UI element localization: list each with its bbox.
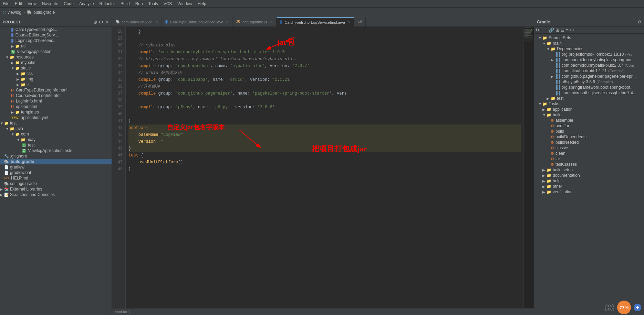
tree-item-gradlew-bat[interactable]: 📄 gradlew.bat — [0, 170, 112, 175]
gradle-test-folder[interactable]: ▶ 📁 test — [534, 96, 644, 101]
tree-item-appyml[interactable]: YML application.yml — [0, 115, 112, 120]
editor-statusbar: bootJar{} — [112, 308, 534, 315]
tree-item-helpmd[interactable]: MD HELP.md — [0, 175, 112, 181]
menu-edit[interactable]: Edit — [12, 1, 25, 7]
gradle-source-sets[interactable]: ▼ 📁 Source Sets — [534, 35, 644, 41]
tree-item-upload[interactable]: H upload.html — [0, 104, 112, 109]
tab-close-2[interactable]: ✕ — [226, 20, 229, 24]
tab-com-huayi-viewlog[interactable]: 🐘 com.huayi.viewlog ✕ — [112, 17, 162, 27]
menu-run[interactable]: Run — [133, 1, 146, 7]
menu-build[interactable]: Build — [118, 1, 133, 7]
gradle-task-build-sub[interactable]: ⚙ build — [534, 129, 644, 134]
tree-item-gradlew[interactable]: 📄 gradlew — [0, 164, 112, 170]
gradle-dep-pagehelper[interactable]: ▶ ▐▐ com.github.pagehelper:pagehelper-sp… — [534, 74, 644, 79]
gradle-expand-icon[interactable]: ⊞ — [555, 28, 559, 33]
gradle-task-testclasses[interactable]: ⚙ testClasses — [534, 162, 644, 167]
gradle-remove-icon[interactable]: − — [545, 28, 548, 33]
tree-item-external-libs[interactable]: ▶ 📚 External Libraries — [0, 186, 112, 192]
tree-item-loginlog[interactable]: I LoginLog2019Servic... — [0, 38, 112, 43]
gradle-task-bootjar[interactable]: ⚙ bootJar — [534, 123, 644, 129]
tree-item-build-gradle[interactable]: 🐘 build.gradle — [0, 159, 112, 164]
tree-item-scratches[interactable]: ▶ 📝 Scratches and Consoles — [0, 192, 112, 197]
tree-item-test-class[interactable]: C test — [0, 142, 112, 148]
tree-item-courseeditor[interactable]: I CourseEditorLogServ... — [0, 32, 112, 38]
gradle-add-icon[interactable]: + — [541, 28, 543, 33]
tree-item-courseloginfo[interactable]: H CourseEdiorLogInfo.html — [0, 93, 112, 98]
gradle-dep-druid[interactable]: ▐▐ com.alibaba:druid:1.1.21 (Compile) — [534, 68, 644, 74]
gradle-collapse-icon[interactable]: ⊟ — [561, 28, 564, 33]
menu-vcs[interactable]: VCS — [161, 1, 175, 7]
tree-item-gitignore[interactable]: 🔧 .gitignore — [0, 153, 112, 159]
gradle-group-icon[interactable]: ≡ — [566, 28, 569, 33]
tree-item-cardtype[interactable]: I CardTypeEditorLogS... — [0, 27, 112, 32]
tree-item-templates[interactable]: ▶ 📁 templates — [0, 109, 112, 115]
gradle-refresh-icon[interactable]: ↻ — [536, 28, 539, 33]
tree-item-img[interactable]: ▶ 📁 img — [0, 76, 112, 82]
tab-close-3[interactable]: ✕ — [270, 20, 273, 24]
code-content[interactable]: } // mybatis plus compile 'com.baomidou:… — [126, 27, 523, 308]
tree-item-js[interactable]: ▶ 📁 js — [0, 82, 112, 87]
menu-view[interactable]: View — [25, 1, 39, 7]
tree-item-viewlogapp[interactable]: A ViewlogApplication — [0, 49, 112, 54]
gradle-task-clean[interactable]: ⚙ clean — [534, 151, 644, 156]
tree-item-com[interactable]: ▼ 📁 com — [0, 131, 112, 137]
tree-item-huayi[interactable]: ▼ 📁 huayi — [0, 137, 112, 142]
gradle-main[interactable]: ▼ 📁 main — [534, 41, 644, 46]
tree-item-test[interactable]: ▼ 📁 test — [0, 120, 112, 126]
gradle-task-buildneeded[interactable]: ⚙ buildNeeded — [534, 140, 644, 145]
gradle-link-icon[interactable]: 🔗 — [549, 28, 554, 33]
gradle-task-jar[interactable]: ⚙ jar — [534, 156, 644, 162]
memory-badge[interactable]: 77% — [617, 301, 631, 314]
tree-item-css[interactable]: ▶ 📁 css — [0, 71, 112, 76]
tree-item-java[interactable]: ▼ 📁 java — [0, 126, 112, 131]
tree-item-static[interactable]: ▼ 📁 static — [0, 65, 112, 71]
gradle-task-verification[interactable]: ▶ 📁 verification — [534, 189, 644, 195]
gradle-task-other[interactable]: ▶ 📁 other — [534, 184, 644, 189]
gradle-dep-mssql[interactable]: ▐▐ com.microsoft.sqlserver:mssql-jdbc:7.… — [534, 90, 644, 96]
gradle-task-build-setup[interactable]: ▶ 📁 build setup — [534, 167, 644, 173]
gradle-task-classes[interactable]: ⚙ classes — [534, 145, 644, 151]
tree-item-util[interactable]: ▶ 📁 util — [0, 43, 112, 49]
tree-item-resources[interactable]: ▼ 📁 resources — [0, 54, 112, 60]
gradle-task-help[interactable]: ▶ 📁 help — [534, 178, 644, 184]
menu-window[interactable]: Window — [175, 1, 195, 7]
gradle-tasks[interactable]: ▼ 📁 Tasks — [534, 101, 644, 107]
gradle-dependencies[interactable]: ▼ 📁 Dependencies — [534, 46, 644, 52]
gradle-task-documentation[interactable]: ▶ 📁 documentation — [534, 173, 644, 178]
gradle-task-build[interactable]: ▼ 📁 build — [534, 112, 644, 118]
menu-navigate[interactable]: Navigate — [39, 1, 61, 7]
gradle-task-builddependents[interactable]: ⚙ buildDependents — [534, 134, 644, 140]
menu-analyze[interactable]: Analyze — [76, 1, 97, 7]
menu-refactor[interactable]: Refactor — [97, 1, 118, 7]
gradle-dep-p6spy[interactable]: ▐▐ p6spy:p6spy:3.8.6 (Compile) — [534, 79, 644, 85]
menu-tools[interactable]: Tools — [146, 1, 161, 7]
tree-item-mybatis[interactable]: ▶ 📁 mybatis — [0, 60, 112, 65]
gradle-task-assemble[interactable]: ⚙ assemble — [534, 118, 644, 123]
gradle-task-application[interactable]: ▶ 📁 application — [534, 107, 644, 112]
gradle-filter-icon[interactable]: ⚙ — [570, 28, 574, 33]
tab-cardtype-impl[interactable]: I CardTypeEditorLogServiceImpl.java ✕ — [277, 17, 354, 27]
gradle-dep-mybatisplus-boot[interactable]: ▶ ▐▐ com.baomidou:mybatisplus-spring-boo… — [534, 57, 644, 63]
sidebar-close-icon[interactable]: ✕ — [105, 19, 109, 25]
tree-item-settings-gradle[interactable]: 🐘 settings.gradle — [0, 181, 112, 186]
gradle-settings-icon[interactable]: ⚙ — [637, 20, 641, 24]
menu-help[interactable]: Help — [195, 1, 209, 7]
tree-item-cardloginfo[interactable]: H CardTypeEditorLogInfo.html — [0, 87, 112, 93]
sidebar-sync-icon[interactable]: ⊕ — [93, 19, 97, 25]
tab-overflow[interactable]: ▸6 — [354, 17, 366, 27]
tab-close-1[interactable]: ✕ — [155, 20, 158, 24]
tab-cardtype-service[interactable]: I CardTypeEditorLogService.java ✕ — [162, 17, 232, 27]
tab-close-4[interactable]: ✕ — [348, 20, 351, 24]
tab-getlogininfo[interactable]: JS getLoginInfo.js ✕ — [232, 17, 276, 27]
speed-down: 1.4K/s — [605, 307, 614, 311]
linenum-35: 35 — [112, 76, 125, 83]
tree-item-viewlogapptests[interactable]: C ViewlogApplicationTests — [0, 148, 112, 153]
tree-item-logininfo[interactable]: H LoginInfo.html — [0, 98, 112, 104]
gradle-dep-mybatis-plus[interactable]: ▐▐ com.baomidou:mybatis-plus:2.0.7 (Com — [534, 63, 644, 68]
plus-badge[interactable]: + — [634, 304, 641, 311]
menu-code[interactable]: Code — [61, 1, 76, 7]
sidebar-settings-icon[interactable]: ⚙ — [99, 19, 103, 25]
menu-file[interactable]: File — [0, 1, 12, 7]
gradle-dep-spring-boot[interactable]: ▐▐ org.springframework.boot:spring-boot.… — [534, 85, 644, 90]
gradle-dep-lombok[interactable]: ▐▐ org.projectlombok:lombok:1.18.10 (Pro — [534, 52, 644, 57]
